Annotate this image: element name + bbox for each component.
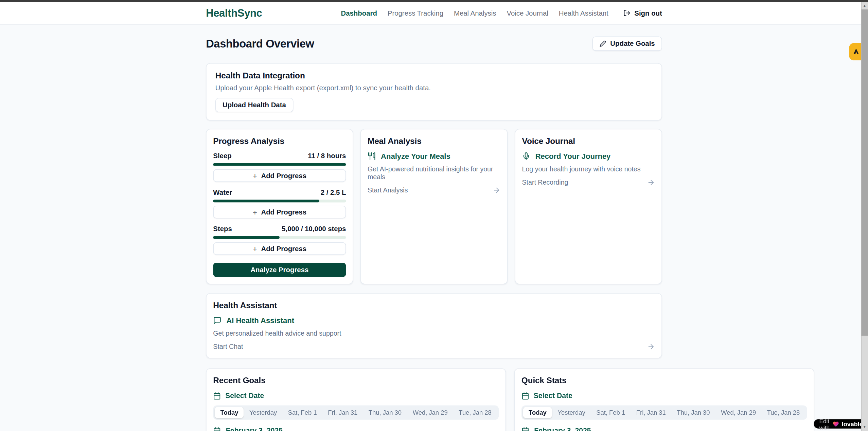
analyze-progress-button[interactable]: Analyze Progress	[213, 263, 346, 277]
update-goals-button[interactable]: Update Goals	[592, 37, 662, 51]
sign-out-button[interactable]: Sign out	[623, 9, 662, 17]
record-your-journey-link[interactable]: Record Your Journey	[522, 152, 655, 160]
health-assistant-description: Get personalized health advice and suppo…	[213, 330, 655, 337]
date-tab-yesterday[interactable]: Yesterday	[244, 407, 283, 418]
health-assistant-card: Health Assistant AI Health Assistant Get…	[206, 293, 662, 358]
recent-goals-date-tabs: Today Yesterday Sat, Feb 1 Fri, Jan 31 T…	[213, 405, 499, 419]
add-water-progress-button[interactable]: +Add Progress	[213, 206, 346, 218]
sleep-metric: Sleep 11 / 8 hours +Add Progress	[213, 152, 346, 182]
lovable-a-logo-icon	[852, 48, 860, 56]
meal-analysis-card: Meal Analysis Analyze Your Meals Get AI-…	[360, 129, 508, 284]
quick-stats-select-date[interactable]: Select Date	[521, 392, 807, 400]
date-tab-fri-jan-31[interactable]: Fri, Jan 31	[631, 407, 671, 418]
start-chat-action[interactable]: Start Chat	[213, 343, 243, 351]
arrow-right-icon[interactable]	[647, 343, 655, 351]
nav-item-progress-tracking[interactable]: Progress Tracking	[388, 9, 443, 17]
calendar-icon	[521, 427, 529, 431]
microphone-icon	[522, 152, 530, 160]
edit-with-lovable-badge[interactable]: Edit with lovable ×	[814, 419, 868, 429]
sleep-value: 11 / 8 hours	[308, 152, 346, 160]
vertical-scrollbar[interactable]: ▲ ▼	[861, 0, 868, 431]
progress-analysis-card: Progress Analysis Sleep 11 / 8 hours +Ad…	[206, 129, 353, 284]
date-tab-tue-jan-28[interactable]: Tue, Jan 28	[453, 407, 497, 418]
recent-goals-title: Recent Goals	[213, 375, 499, 385]
health-assistant-title: Health Assistant	[213, 300, 655, 310]
date-tab-today[interactable]: Today	[523, 407, 552, 418]
health-data-description: Upload your Apple Health export (export.…	[215, 84, 653, 92]
date-tab-yesterday[interactable]: Yesterday	[552, 407, 591, 418]
voice-journal-description: Log your health journey with voice notes	[522, 165, 655, 173]
date-tab-sat-feb-1[interactable]: Sat, Feb 1	[591, 407, 631, 418]
date-tab-today[interactable]: Today	[215, 407, 244, 418]
add-steps-progress-button[interactable]: +Add Progress	[213, 242, 346, 255]
start-recording-action[interactable]: Start Recording	[522, 179, 568, 186]
quick-stats-current-date: February 3, 2025	[521, 426, 807, 431]
recent-goals-current-date: February 3, 2025	[213, 426, 499, 431]
edit-with-label: Edit with	[819, 417, 830, 430]
health-data-title: Health Data Integration	[215, 71, 653, 80]
page-title: Dashboard Overview	[206, 37, 314, 50]
steps-label: Steps	[213, 225, 232, 233]
scrollbar-down-arrow[interactable]: ▼	[861, 423, 868, 430]
lovable-label: lovable	[842, 420, 863, 427]
date-tab-thu-jan-30[interactable]: Thu, Jan 30	[363, 407, 407, 418]
date-tab-thu-jan-30[interactable]: Thu, Jan 30	[671, 407, 715, 418]
quick-stats-title: Quick Stats	[521, 375, 807, 385]
arrow-right-icon[interactable]	[647, 179, 655, 186]
scrollbar-thumb[interactable]	[861, 10, 868, 336]
nav-links: Dashboard Progress Tracking Meal Analysi…	[341, 9, 662, 17]
pencil-icon	[600, 40, 606, 47]
date-tab-sat-feb-1[interactable]: Sat, Feb 1	[282, 407, 322, 418]
date-tab-tue-jan-28[interactable]: Tue, Jan 28	[761, 407, 805, 418]
ai-health-assistant-link[interactable]: AI Health Assistant	[213, 316, 655, 324]
recent-goals-select-date[interactable]: Select Date	[213, 392, 499, 400]
add-progress-label: Add Progress	[261, 245, 306, 252]
scrollbar-up-arrow[interactable]: ▲	[861, 2, 868, 9]
date-tab-wed-jan-29[interactable]: Wed, Jan 29	[407, 407, 453, 418]
sleep-label: Sleep	[213, 152, 231, 160]
plus-icon: +	[253, 208, 257, 216]
nav-item-dashboard[interactable]: Dashboard	[341, 9, 377, 17]
current-date-label: February 3, 2025	[226, 426, 283, 431]
window-top-edge	[0, 0, 868, 2]
lovable-edit-widget-button[interactable]	[849, 43, 863, 60]
water-metric: Water 2 / 2.5 L +Add Progress	[213, 189, 346, 219]
update-goals-label: Update Goals	[610, 40, 655, 48]
water-value: 2 / 2.5 L	[321, 189, 346, 196]
brand-logo: HealthSync	[206, 7, 262, 19]
select-date-label: Select Date	[225, 392, 264, 400]
add-progress-label: Add Progress	[261, 208, 306, 216]
plus-icon: +	[253, 172, 257, 180]
steps-metric: Steps 5,000 / 10,000 steps +Add Progress	[213, 225, 346, 255]
calendar-icon	[213, 392, 221, 399]
select-date-label: Select Date	[534, 392, 572, 400]
current-date-label: February 3, 2025	[534, 426, 591, 431]
progress-analysis-title: Progress Analysis	[213, 136, 346, 146]
quick-stats-card: Quick Stats Select Date Today Yesterday …	[514, 368, 814, 431]
app-root: HealthSync Dashboard Progress Tracking M…	[0, 0, 868, 431]
chat-bubble-icon	[213, 316, 221, 324]
plus-icon: +	[253, 245, 257, 252]
analyze-your-meals-label: Analyze Your Meals	[381, 152, 450, 160]
sleep-progress-bar	[213, 163, 346, 166]
start-analysis-action[interactable]: Start Analysis	[368, 186, 408, 194]
record-your-journey-label: Record Your Journey	[535, 152, 611, 160]
calendar-icon	[213, 427, 221, 431]
calendar-icon	[521, 392, 529, 399]
arrow-right-icon[interactable]	[493, 186, 500, 194]
top-navbar: HealthSync Dashboard Progress Tracking M…	[0, 2, 868, 25]
meal-analysis-title: Meal Analysis	[368, 136, 500, 146]
nav-item-meal-analysis[interactable]: Meal Analysis	[454, 9, 496, 17]
add-progress-label: Add Progress	[261, 172, 306, 180]
meal-analysis-description: Get AI-powered nutritional insights for …	[368, 165, 500, 181]
date-tab-fri-jan-31[interactable]: Fri, Jan 31	[322, 407, 363, 418]
upload-health-data-button[interactable]: Upload Health Data	[215, 98, 293, 112]
utensils-icon	[368, 152, 376, 160]
date-tab-wed-jan-29[interactable]: Wed, Jan 29	[715, 407, 762, 418]
add-sleep-progress-button[interactable]: +Add Progress	[213, 169, 346, 182]
analyze-your-meals-link[interactable]: Analyze Your Meals	[368, 152, 500, 160]
ai-health-assistant-label: AI Health Assistant	[226, 316, 294, 324]
nav-item-health-assistant[interactable]: Health Assistant	[559, 9, 608, 17]
water-progress-bar	[213, 200, 346, 202]
nav-item-voice-journal[interactable]: Voice Journal	[507, 9, 548, 17]
